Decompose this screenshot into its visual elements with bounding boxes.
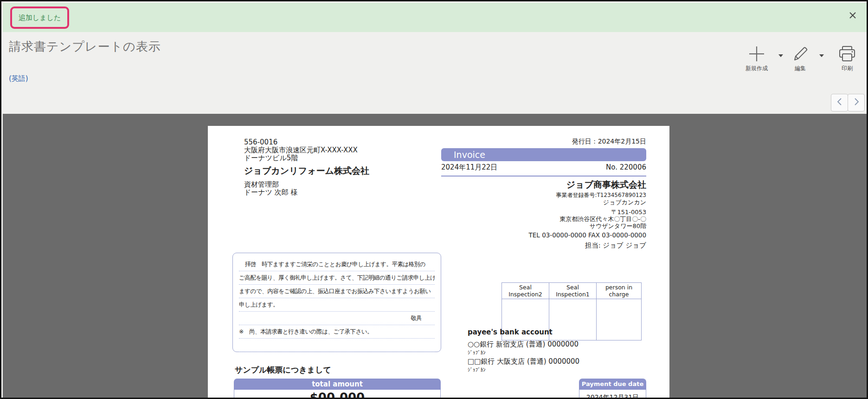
seal-col-header: Seal Inspection2 [502, 283, 549, 299]
total-amount-label: total amount [234, 379, 441, 390]
notification-close-button[interactable] [849, 11, 858, 20]
template-preview-canvas: 発行日：2024年2月15日 Invoice 2024年11月22日 No. 2… [3, 114, 868, 399]
printer-icon [831, 44, 863, 64]
success-notification-bar: 追加しました [3, 3, 868, 32]
total-amount-value: $00,000 [234, 390, 441, 399]
print-button-label: 印刷 [831, 65, 863, 72]
bank-account-heading: payee's bank account [468, 328, 553, 336]
edit-button[interactable]: 編集 [784, 44, 817, 72]
next-template-button[interactable] [848, 94, 865, 111]
page-title: 請求書テンプレートの表示 [9, 39, 161, 55]
payment-due-box: Payment due date 2024年12月31日 [579, 379, 646, 399]
print-button[interactable]: 印刷 [831, 44, 863, 72]
close-icon [849, 13, 857, 21]
invoice-title-bar: Invoice [441, 148, 646, 161]
new-button-label: 新規作成 [740, 65, 773, 72]
total-amount-box: total amount $00,000 [234, 379, 441, 399]
issuer-name: ジョブカンカン [603, 198, 646, 207]
greeting-closing: 敬具 [239, 312, 435, 325]
seal-col-header: person in charge [597, 283, 642, 299]
prev-template-button[interactable] [831, 94, 848, 111]
payment-due-value: 2024年12月31日 [579, 390, 646, 399]
bank-account-kana: ｼﾞｮﾌﾞｶﾝ [468, 367, 486, 373]
bank-account-kana: ｼﾞｮﾌﾞｶﾝ [468, 350, 486, 356]
invoice-issue-date: 発行日：2024年2月15日 [572, 137, 646, 146]
invoice-header-rule [441, 176, 646, 177]
edit-dropdown-caret-icon[interactable] [819, 54, 824, 57]
seal-col-header: Seal Inspection1 [549, 283, 597, 299]
invoice-number: No. 220006 [606, 163, 646, 171]
pencil-icon [784, 44, 817, 64]
issuer-address2: サウザンタワー80階 [590, 222, 646, 230]
payment-due-label: Payment due date [579, 379, 646, 390]
bank-account-line: □□銀行 大阪支店 (普通) 0000000 [468, 357, 579, 366]
recipient-postal: 556-0016 [244, 138, 277, 146]
recipient-address2: ドーナツビル5階 [244, 154, 298, 163]
template-pager [831, 94, 865, 111]
recipient-person: ドーナツ 次郎 様 [244, 188, 298, 197]
toast-message: 追加しました [19, 13, 61, 22]
greeting-line: ご高配を賜り、厚く御礼申し上げます。さて、下記明細の通りご請求申し上げ [239, 271, 435, 285]
greeting-note: ※ 尚、本請求書と行き違いの際は、ご了承下さい。 [239, 325, 435, 339]
edit-button-label: 編集 [784, 65, 817, 72]
greeting-line: ますので、内容をご確認の上、振込口座までお振込み下さいますようお願い [239, 285, 435, 298]
invoice-date-row: 2024年11月22日 No. 220006 [441, 163, 646, 174]
new-dropdown-caret-icon[interactable] [778, 54, 783, 57]
greeting-empty-line [239, 339, 435, 352]
added-toast-highlight: 追加しました [10, 7, 69, 29]
recipient-company: ジョブカンリフォーム株式会社 [244, 165, 369, 177]
seal-cell-empty [597, 299, 642, 340]
plus-icon [740, 44, 773, 64]
new-button[interactable]: 新規作成 [740, 44, 773, 72]
chevron-right-icon [852, 97, 861, 109]
greeting-box: 拝啓 時下ますますご清栄のこととお慶び申し上げます。平素は格別の ご高配を賜り、… [232, 253, 441, 352]
invoice-template-view-screen: 追加しました 請求書テンプレートの表示 (英語) 新規作成 [0, 0, 868, 399]
issuer-tel-fax: TEL 03-0000-0000 FAX 03-0000-0000 [529, 231, 646, 239]
sample-form-heading: サンプル帳票につきまして [235, 365, 331, 375]
issuer-company: ジョブ商事株式会社 [566, 179, 646, 191]
invoice-billing-date: 2024年11月22日 [441, 163, 497, 171]
invoice-preview-page: 発行日：2024年2月15日 Invoice 2024年11月22日 No. 2… [208, 126, 669, 399]
greeting-line: 申し上げます。 [239, 298, 435, 312]
chevron-left-icon [836, 97, 844, 109]
greeting-line: 拝啓 時下ますますご清栄のこととお慶び申し上げます。平素は格別の [239, 258, 435, 271]
issuer-contact-person: 担当: ジョブ ジョブ [585, 241, 646, 250]
bank-account-line: ○○銀行 新宿支店 (普通) 0000000 [468, 340, 579, 349]
seal-cell-empty [549, 299, 597, 340]
language-link-english[interactable]: (英語) [9, 74, 28, 83]
